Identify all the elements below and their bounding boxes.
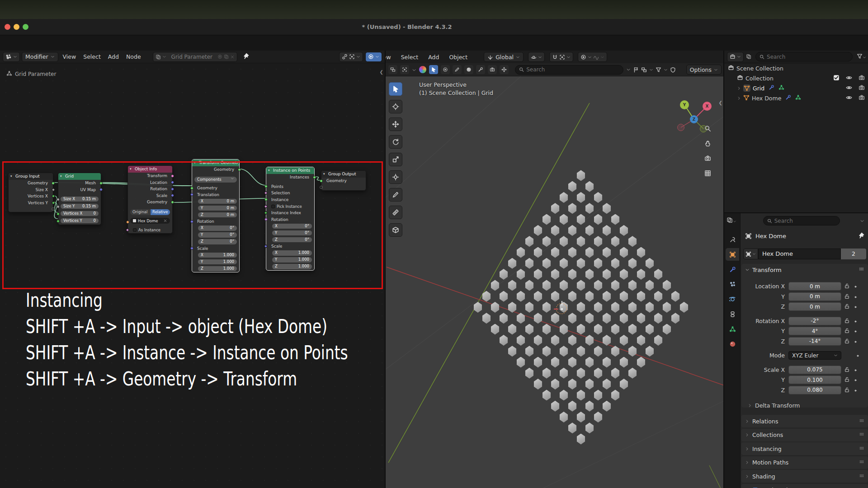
node-menu-add[interactable]: Add xyxy=(105,52,122,61)
node-menu-view[interactable]: View xyxy=(60,52,79,61)
measure-tool[interactable] xyxy=(389,206,402,219)
socket-instances[interactable] xyxy=(313,176,316,179)
object-type-dropdown[interactable] xyxy=(743,249,758,259)
animate-dot[interactable] xyxy=(854,337,858,346)
zoom-control[interactable] xyxy=(702,123,713,134)
section-grip-icon[interactable] xyxy=(859,432,864,438)
animate-dot[interactable] xyxy=(856,351,860,360)
node-value-field[interactable]: Size X0.15 m xyxy=(61,197,99,202)
transform-value-field[interactable]: 0 m xyxy=(788,302,841,311)
editor-type-selector[interactable] xyxy=(3,52,20,62)
transform-value-field[interactable]: 0.080 xyxy=(788,386,841,394)
select-tool[interactable] xyxy=(389,82,402,96)
virtual-socket[interactable] xyxy=(52,207,55,211)
pivot-dropdown[interactable] xyxy=(528,52,545,62)
tab-object[interactable] xyxy=(726,248,739,261)
mode-dropdown-chevron-icon[interactable] xyxy=(412,66,416,74)
mode-button-2[interactable] xyxy=(453,65,462,74)
users-count-badge[interactable]: 2 xyxy=(841,249,866,259)
animate-dot[interactable] xyxy=(854,302,858,311)
mode-button-4[interactable] xyxy=(476,65,485,74)
socket-rotation[interactable] xyxy=(171,188,174,191)
checkbox-toggle[interactable] xyxy=(833,75,840,82)
node-vector-field[interactable]: Y1.000 xyxy=(198,259,237,265)
panel-grip-icon[interactable] xyxy=(859,266,864,273)
node-checkbox-row[interactable]: Pick Instance xyxy=(266,203,314,210)
lock-toggle[interactable] xyxy=(844,317,850,325)
properties-search-input[interactable] xyxy=(774,218,836,224)
sidebar-toggle-chevron-icon[interactable]: ❮ xyxy=(719,100,722,105)
socket-virtual[interactable] xyxy=(126,221,129,224)
tab-modifiers[interactable] xyxy=(726,263,739,276)
relative-button[interactable]: Relative xyxy=(151,209,170,215)
animate-dot[interactable] xyxy=(854,375,858,384)
annotate-tool[interactable] xyxy=(389,188,402,202)
object-origin-gizmo[interactable] xyxy=(556,303,567,314)
proportional-editing-widget[interactable] xyxy=(578,52,607,62)
section-instancing[interactable]: Instancing xyxy=(741,442,868,455)
node-group-input-header[interactable]: Group Input xyxy=(9,173,53,180)
tab-physics[interactable] xyxy=(726,293,739,305)
lock-toggle[interactable] xyxy=(844,337,850,346)
node-menu-select[interactable]: Select xyxy=(80,52,104,61)
outliner-type-selector[interactable] xyxy=(727,52,744,62)
node-vector-field[interactable]: Z1.000 xyxy=(272,264,312,269)
lock-toggle[interactable] xyxy=(844,366,850,374)
camera-toggle[interactable] xyxy=(859,84,865,92)
node-overlays-widget[interactable] xyxy=(365,52,382,62)
node-value-field[interactable]: Vertices Y0 xyxy=(61,218,99,224)
rotate-tool[interactable] xyxy=(389,135,402,149)
outliner-search-input[interactable] xyxy=(767,54,849,60)
eye-toggle[interactable] xyxy=(846,75,852,82)
editor-split-icon[interactable] xyxy=(388,65,397,74)
node-vector-field[interactable]: X0 m xyxy=(198,199,237,204)
node-group-output[interactable]: Group OutputGeometry xyxy=(321,170,366,191)
tab-object-data[interactable] xyxy=(726,323,739,335)
properties-search-chevron-icon[interactable] xyxy=(860,216,864,225)
node-vector-field[interactable]: Y0° xyxy=(198,232,237,238)
node-group-selector[interactable]: Grid Parameter xyxy=(153,52,237,62)
section-grip-icon[interactable] xyxy=(859,459,864,466)
grid-toggle-control[interactable] xyxy=(702,168,713,178)
socket-geometry[interactable] xyxy=(52,182,55,185)
section-grip-icon[interactable] xyxy=(859,446,864,452)
mode-button-3[interactable] xyxy=(464,65,473,74)
camera-view-control[interactable] xyxy=(702,153,713,164)
node-object-info-header[interactable]: Object Info xyxy=(128,166,172,173)
node-vector-field[interactable]: Y0 m xyxy=(198,206,237,211)
pin-button[interactable] xyxy=(243,52,249,61)
node-dropdown[interactable]: Components xyxy=(194,177,237,183)
display-mode-icon[interactable] xyxy=(746,52,751,61)
node-object-field[interactable]: Hex Dome xyxy=(130,218,170,224)
move-tool[interactable] xyxy=(389,117,402,131)
node-vector-field[interactable]: X0° xyxy=(198,225,237,231)
socket-size-x[interactable] xyxy=(57,198,60,201)
transform-value-field[interactable]: 4° xyxy=(788,327,841,335)
eye-toggle[interactable] xyxy=(846,94,852,102)
options-dropdown[interactable]: Options xyxy=(686,65,722,75)
outliner-item-hex-dome[interactable]: Hex Dome xyxy=(724,93,868,103)
node-snapping-widget[interactable] xyxy=(339,52,363,62)
socket-transform[interactable] xyxy=(171,174,174,178)
expand-caret-icon[interactable] xyxy=(737,85,741,92)
section-collections[interactable]: Collections xyxy=(741,429,868,441)
node-editor-canvas[interactable]: Grid Parameter Group InputGeometrySize X… xyxy=(0,63,385,488)
section-relations[interactable]: Relations xyxy=(741,415,868,427)
node-instance-on-points[interactable]: Instance on PointsInstancesPointsSelecti… xyxy=(266,167,315,271)
orientation-dropdown[interactable]: Global xyxy=(484,52,524,62)
node-value-field[interactable]: Vertices X0 xyxy=(61,211,99,216)
node-value-field[interactable]: Size Y0.15 m xyxy=(61,204,99,209)
gizmo-z-axis[interactable]: Z xyxy=(690,115,698,123)
camera-toggle[interactable] xyxy=(859,75,865,82)
transform-tool[interactable] xyxy=(389,170,402,184)
lock-toggle[interactable] xyxy=(844,282,850,291)
node-transform-geometry[interactable]: Transform GeometryGeometryComponentsGeom… xyxy=(192,159,240,272)
section-grip-icon[interactable] xyxy=(859,418,864,425)
node-vector-field[interactable]: Z0° xyxy=(198,239,237,244)
outliner-item-grid[interactable]: Grid xyxy=(724,83,868,93)
section-grip-icon[interactable] xyxy=(859,473,864,480)
mode-button-5[interactable] xyxy=(488,65,497,74)
animate-dot[interactable] xyxy=(854,366,858,374)
expand-caret-icon[interactable] xyxy=(737,95,741,102)
transform-value-field[interactable]: -14° xyxy=(788,337,841,346)
